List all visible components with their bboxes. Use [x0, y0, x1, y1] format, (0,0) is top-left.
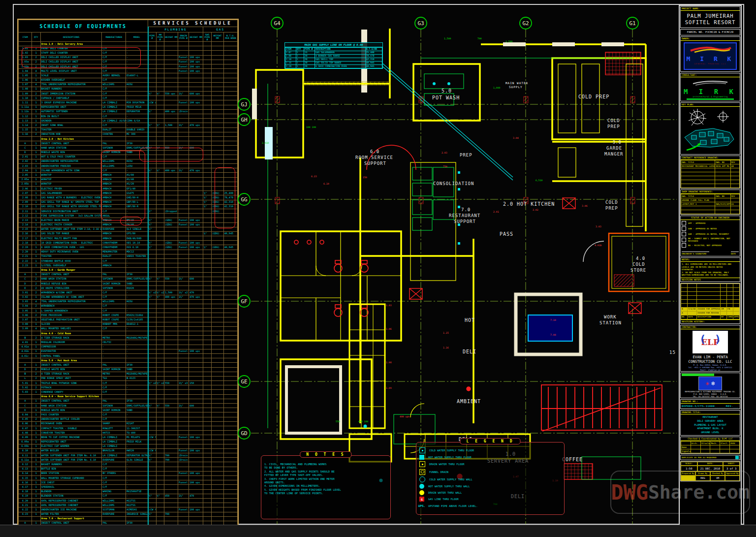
table-row: 2.091GAS GRILL TOP RANGE W/ SMOOTH STEEL…: [19, 200, 238, 204]
legend-item: GGAS LINE THRU FLOOR: [419, 497, 561, 502]
refrigeration-logo-icon: ✳❄: [698, 377, 722, 390]
contractor-logo: ( ELP ): [693, 331, 728, 353]
checkbox-icon[interactable]: [682, 221, 686, 225]
table-row: L2PRE RINSE SPRAY UNITT&SB-0123: [19, 376, 238, 380]
contract-ref-label: CONTRACT REFERENCE DRAWING:: [681, 156, 740, 160]
table-row: 6.101WATER BOILERBRAVILORHW520(CW from w…: [19, 448, 238, 453]
table-row: 6.071COMPACT TOASTER - DOUBLEROWLETT11-3…: [19, 426, 238, 430]
grid-bubble-G3: G3: [417, 20, 424, 27]
key-plan-graphic: [681, 107, 739, 152]
table-row: B24 TIER STORAGE RACKMETROMQ1848G/MQ74PE: [19, 372, 238, 376]
sq-yel-circ-icon: [419, 469, 425, 475]
plumbing-subtitle: PLUMBING: [148, 27, 203, 32]
notes-title: N O T E S: [300, 451, 351, 458]
table-row: 1.021STAFF DELI COUNTERC/F-: [19, 51, 238, 55]
table-row: 1.061KOSHER OVERSHELFC/F-: [19, 78, 238, 82]
table-row: 1.151TOASTERDUALITDOUBLE VARIO: [19, 127, 238, 132]
schedule-title: SCHEDULE OF EQUIPMENTS: [19, 20, 148, 32]
plan-label: COFFEE: [562, 457, 583, 462]
table-row: 3.062FOOD PROCESSORROBOT COUPER502V/2100…: [19, 313, 238, 317]
table-row: Area 6.0 - Room Service Support Kitchen: [19, 394, 238, 399]
table-row: Name: [681, 445, 740, 449]
legend-item: UPS.UPSTAND PIPE ABOVE FLOOR LEVEL.: [419, 504, 561, 508]
plan-dimension-texts: 1,5007001,5001,000100 1002,0101502.033.0…: [262, 37, 602, 505]
table-row: 2.101GAS GRILL TOP RANGE WITH GROOVED ST…: [19, 204, 238, 209]
note-item: 5. GIVEN HEIGHTS BASED FROM FINISHED FLO…: [264, 488, 387, 496]
plan-label: PREP: [607, 124, 620, 129]
table-row: [681, 295, 740, 299]
plan-dim: 150: [363, 176, 367, 179]
plan-label: MANGER: [604, 152, 624, 157]
plan-label: COLD PREP: [578, 94, 609, 99]
table-row: 3.042WORKBENCHC/F-: [19, 304, 238, 308]
note-item: 3. CHEFS FIRST WORK LIMITED WITHIN ONE M…: [264, 477, 387, 485]
table-row: 1.011FRONT DELI COUNTERC/F-: [19, 46, 238, 51]
plan-label: 6.0: [370, 149, 379, 154]
plan-label: 5.0: [441, 88, 452, 94]
table-row: 2.061ELECTRIC FRYERAMBACHEF1/40: [19, 187, 238, 191]
table-row: 1.131GRINDERLA CIMBALI (6/SA)CIMA 6/SA: [19, 119, 238, 123]
plan-dim: 3.03: [596, 225, 601, 228]
grid-bubble-GH: GH: [241, 117, 247, 123]
checkbox-icon[interactable]: [682, 243, 686, 248]
table-row: 2.041ISLAND WORKBENCH WITH SINKC/F-½"½"4…: [19, 168, 238, 173]
checkbox-icon[interactable]: [682, 226, 686, 231]
table-row: 2.211TOASTERDUALITVARIO TOASTER - 6 SLOT: [19, 254, 238, 258]
plan-label: COLD: [607, 118, 620, 123]
table-row: 6.171SPEEDRAILC/F-: [19, 485, 238, 489]
plan-dim: 750: [443, 165, 447, 168]
table-row: 6.161ICE CHESTC/F-Funnel100 ups: [19, 480, 238, 485]
table-row: 1.051SCALEAVERY BERKELES4807-L: [19, 73, 238, 78]
table-row: 6.231WATER FILTEREVERPUREINSURICE SINGLE…: [19, 512, 238, 516]
note-item: 4. GIVEN DIMENSIONS IN MILLIMETERS.: [264, 484, 387, 488]
table-row: 6.121BASKET RUNNERSC/F-: [19, 462, 238, 467]
table-row: 6.09a1REFRIGERATED UNITLA CIMBALIFRIGO M…: [19, 440, 238, 444]
status-option: AAN - APPROVED AS NOTED: [682, 226, 739, 231]
table-row: B24 TIER STORAGE RACKMETROMQ1848G/MQ74PE: [19, 336, 238, 340]
table-row: 1.032DELI CHILLED DISPLAY UNITC/F-Funnel…: [19, 55, 238, 60]
table-row: DWG. TITLEDWG. NOREV: [681, 194, 740, 198]
equipment-schedule-table: SCHEDULE OF EQUIPMENTS SERVICES SCHEDULE…: [17, 19, 239, 534]
table-row: Area 5.0 - Pot Wash Area: [19, 358, 238, 363]
table-row: C1HAND WASH STATIONSOFINORERMC/SOFPLUS/E…: [19, 146, 238, 150]
checkbox-icon[interactable]: [682, 238, 686, 242]
grid-bubble-G2: G2: [522, 20, 529, 27]
legend-item: FUNNEL DRAIN: [419, 469, 561, 475]
table-row: 6.191BLENDER STATIONC/F-½"½"4501¼"470: [19, 494, 238, 498]
plan-dim: 1.06: [386, 328, 392, 330]
plan-label: 15: [669, 350, 676, 355]
gas-subtitle: GAS: [203, 27, 238, 32]
table-row: 2.141ELECTRIC PASTA COOKERAMBACHEN/40½"(…: [19, 222, 238, 227]
table-row: [681, 184, 740, 188]
contractor-address: P. O. Box 28915, Dubai, U.A.E. Tel. +971…: [681, 364, 740, 371]
table-row: 2.011HOT & COLD PASS COUNTERC/F-: [19, 155, 238, 159]
tb-notes-body: 1. ALL DIMENSIONS ARE IN MILLIMETERS AND…: [682, 263, 739, 277]
table-row: 1.11a1REFRIGERATED UNITLA CIMBALIFRIGO M…: [19, 105, 238, 109]
plan-dim: 1.16: [443, 347, 449, 349]
table-row: 1.11b1AUTOMATIC SOFTENERLA CIMBALIDEPURA…: [19, 109, 238, 114]
table-row: [681, 303, 740, 307]
table-row: 6.2114X9L REFRIGERATED CABINETWILLIAMSHG…: [19, 503, 238, 507]
plan-dim: 6.10: [323, 183, 329, 185]
table-row: 4.011MODULAR COLDROOMCELTIC-: [19, 340, 238, 345]
table-row: C2HAND WASH STATIONSOFINORERMC/SOFPLUS/E…: [19, 277, 238, 281]
table-row: D2MOBILE WASTE BINSAINT ROMAIN50BD: [19, 367, 238, 372]
plan-dim: 700: [477, 37, 482, 40]
table-row: Area 3.0 - Garde Manger: [19, 268, 238, 272]
plan-dim: 3.04: [513, 137, 519, 139]
legend-box: L E G E N D COLD WATER SUPPLY THRU FLOOR…: [416, 442, 565, 515]
table-row: [681, 299, 740, 303]
plan-label: 4.0: [636, 256, 645, 261]
checkbox-icon[interactable]: [682, 232, 686, 236]
plan-dim: 1,000: [493, 87, 501, 89]
revision-row: AISSUED FOR REVIEW: [681, 311, 740, 315]
plan-label: COLD: [632, 262, 645, 267]
shop-ref-label: SHOP DRAWING REFERENCE:: [681, 190, 740, 194]
legend-item: DRAIN WATER THRU FLOOR: [419, 461, 561, 467]
table-row: Area 4.0 - Cold Room: [19, 331, 238, 336]
plan-label: PREP: [605, 206, 618, 211]
contractor-name: EVAN LIM - PENTA CONSTRUCTION CO. LLC: [681, 355, 740, 364]
revision-row: B7/3/10ISSUED FOR APPROVALCMFB-: [681, 307, 740, 311]
title-block: PROJECT NAME: PALM JUMEIRAH SOFITEL RESO…: [679, 5, 742, 535]
table-row: 4.01c1CONTROL PANEL--: [19, 353, 238, 358]
